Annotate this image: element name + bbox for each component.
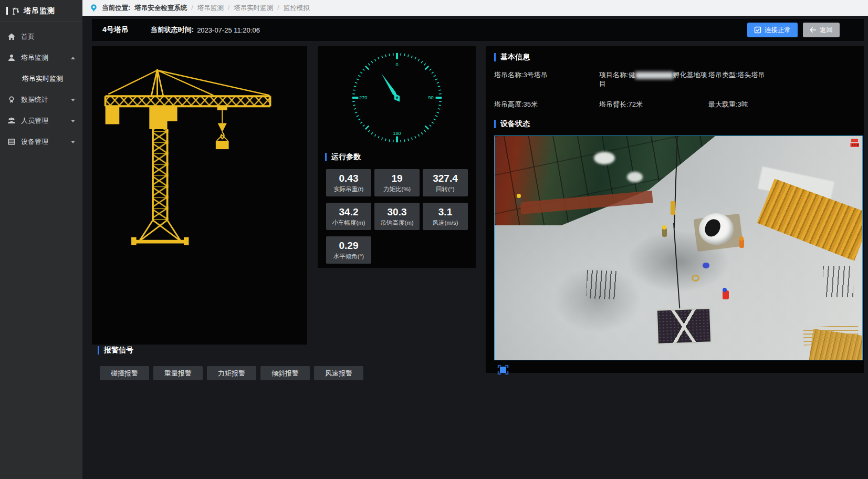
connection-status-label: 连接正常 xyxy=(765,26,791,35)
param-card-tilt-angle: 0.29 水平倾角(°) xyxy=(326,236,371,264)
sidebar: 塔吊监测 首页 塔吊监测 塔吊实时监测 xyxy=(0,0,82,479)
crane-logo-icon xyxy=(12,7,20,15)
checkbox-check-icon xyxy=(754,26,761,34)
breadcrumb-separator: / xyxy=(277,4,279,12)
param-value: 327.4 xyxy=(423,173,468,184)
chevron-down-icon xyxy=(71,99,75,101)
param-card-hook-height: 30.3 吊钩高度(m) xyxy=(374,203,420,230)
info-max-load: 最大载重:3吨 xyxy=(708,100,859,109)
rotation-compass-gauge: 0 90 180 270 xyxy=(349,49,445,146)
chevron-up-icon xyxy=(71,57,75,59)
back-button-label: 返回 xyxy=(820,26,833,35)
compass-label-north: 0 xyxy=(395,62,398,67)
app-logo: 塔吊监测 xyxy=(0,0,82,22)
video-detail xyxy=(703,263,709,268)
status-time-label: 当前状态时间: xyxy=(151,25,194,35)
breadcrumb-item[interactable]: 塔吊实时监测 xyxy=(234,4,273,13)
gauge-panel: 0 90 180 270 运行参数 0.43 实际吊重(t) 19 力矩比(%) xyxy=(318,46,476,268)
section-title-text: 基本信息 xyxy=(500,53,530,62)
breadcrumb-separator: / xyxy=(228,4,229,12)
connection-status-button[interactable]: 连接正常 xyxy=(747,23,798,37)
video-worker xyxy=(517,196,521,205)
param-label: 回转(°) xyxy=(423,185,468,193)
fullscreen-button[interactable] xyxy=(496,364,510,377)
sidebar-item-equipment[interactable]: 设备管理 xyxy=(0,131,82,152)
sidebar-item-label: 设备管理 xyxy=(21,137,48,147)
info-arm-length: 塔吊臂长:72米 xyxy=(599,100,708,109)
alarm-section-title: 报警信号 xyxy=(98,346,363,355)
breadcrumb-item[interactable]: 监控模拟 xyxy=(284,4,310,13)
section-title-text: 设备状态 xyxy=(500,119,530,129)
breadcrumb-label: 当前位置: xyxy=(102,4,130,13)
param-card-rotation: 327.4 回转(°) xyxy=(423,169,468,196)
info-project-prefix: 项目名称:健 xyxy=(599,71,635,79)
basic-info-grid: 塔吊名称:3号塔吊 项目名称:健▇▇▇▇▇▇▇▇孵化基地项目 塔吊类型:塔头塔吊… xyxy=(494,70,864,109)
param-value: 3.1 xyxy=(423,206,468,218)
sidebar-item-label: 塔吊监测 xyxy=(21,53,48,63)
alarm-button-moment[interactable]: 力矩报警 xyxy=(207,366,256,380)
app-screen: 塔吊监测 首页 塔吊监测 塔吊实时监测 xyxy=(0,0,868,479)
basic-info-section-title: 基本信息 xyxy=(494,53,864,62)
sidebar-nav: 首页 塔吊监测 塔吊实时监测 数据统计 xyxy=(0,22,82,152)
video-worker xyxy=(723,290,729,299)
section-title-text: 报警信号 xyxy=(104,346,133,355)
info-project-redacted: ▇▇▇▇▇▇▇▇ xyxy=(635,71,673,79)
video-detail xyxy=(692,275,699,282)
sidebar-item-data-stats[interactable]: 数据统计 xyxy=(0,89,82,110)
sidebar-item-personnel[interactable]: 人员管理 xyxy=(0,110,82,131)
param-label: 实际吊重(t) xyxy=(326,185,371,193)
breadcrumb: 当前位置: 塔吊安全检查系统 / 塔吊监测 / 塔吊实时监测 / 监控模拟 xyxy=(82,0,868,16)
video-hoist-block xyxy=(671,201,675,215)
info-crane-height: 塔吊高度:35米 xyxy=(494,100,599,109)
app-title: 塔吊监测 xyxy=(24,6,55,16)
sidebar-item-home[interactable]: 首页 xyxy=(0,26,82,47)
breadcrumb-item[interactable]: 塔吊监测 xyxy=(197,4,224,13)
video-detail xyxy=(803,325,859,346)
alarm-button-weight[interactable]: 重量报警 xyxy=(153,366,203,380)
video-detail xyxy=(594,152,615,164)
alarm-button-tilt[interactable]: 倾斜报警 xyxy=(260,366,310,380)
sidebar-item-label: 塔吊实时监测 xyxy=(22,74,63,84)
people-icon xyxy=(7,117,16,125)
info-crane-name: 塔吊名称:3号塔吊 xyxy=(494,70,599,88)
device-status-section-title: 设备状态 xyxy=(494,119,864,129)
tower-crane-illustration xyxy=(101,65,286,255)
param-value: 0.29 xyxy=(326,240,371,252)
param-card-wind-speed: 3.1 风速(m/s) xyxy=(423,203,468,230)
video-worker xyxy=(662,228,667,237)
sidebar-item-label: 数据统计 xyxy=(21,95,48,105)
alarm-button-wind[interactable]: 风速报警 xyxy=(314,366,363,380)
status-time-value: 2023-07-25 11:20:06 xyxy=(197,26,260,34)
status-header: 4号塔吊 当前状态时间: 2023-07-25 11:20:06 连接正常 返回 xyxy=(92,19,864,41)
compass-label-west: 270 xyxy=(359,95,367,100)
param-value: 0.43 xyxy=(326,173,371,184)
param-card-moment-ratio: 19 力矩比(%) xyxy=(374,169,420,196)
section-accent-bar xyxy=(98,346,99,355)
location-pin-icon xyxy=(90,4,98,12)
param-card-load: 0.43 实际吊重(t) xyxy=(326,169,371,196)
compass-label-south: 180 xyxy=(393,131,401,136)
camera-feed[interactable] xyxy=(494,136,863,360)
param-label: 水平倾角(°) xyxy=(326,253,371,261)
sidebar-item-crane-monitor[interactable]: 塔吊监测 xyxy=(0,47,82,68)
video-material-basket xyxy=(656,307,712,345)
param-value: 30.3 xyxy=(374,206,420,218)
info-project-name: 项目名称:健▇▇▇▇▇▇▇▇孵化基地项目 xyxy=(599,70,708,88)
section-accent-bar xyxy=(494,120,496,128)
crane-name: 4号塔吊 xyxy=(102,25,129,35)
chevron-down-icon xyxy=(71,141,75,143)
params-grid: 0.43 实际吊重(t) 19 力矩比(%) 327.4 回转(°) 34.2 … xyxy=(326,169,468,264)
compass-needle xyxy=(379,71,402,103)
param-label: 小车幅度(m) xyxy=(326,219,371,227)
device-icon xyxy=(7,138,16,146)
info-crane-type: 塔吊类型:塔头塔吊 xyxy=(708,70,859,88)
param-label: 力矩比(%) xyxy=(374,185,420,193)
compass-label-east: 90 xyxy=(428,95,433,100)
breadcrumb-root[interactable]: 塔吊安全检查系统 xyxy=(134,4,187,13)
arrow-left-icon xyxy=(810,27,817,33)
video-worker xyxy=(739,239,744,248)
sidebar-subitem-realtime-monitor[interactable]: 塔吊实时监测 xyxy=(0,68,82,89)
home-icon xyxy=(7,33,16,41)
alarm-button-collision[interactable]: 碰撞报警 xyxy=(100,366,149,380)
back-button[interactable]: 返回 xyxy=(803,23,840,37)
